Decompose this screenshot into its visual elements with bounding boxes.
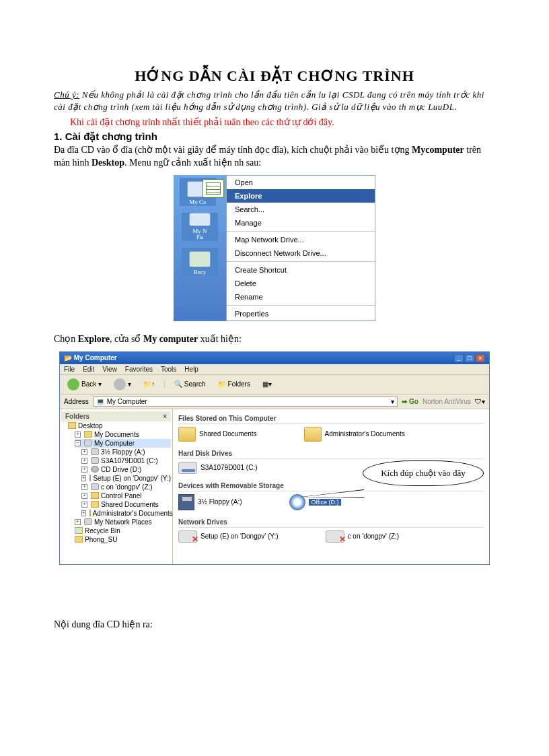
menu-favorites[interactable]: Favorites (125, 366, 153, 373)
views-button[interactable]: ▦▾ (259, 379, 275, 389)
p1-e: . Menu ngữ cảnh xuất hiện nh sau: (124, 158, 261, 168)
tree-setup[interactable]: +Setup (E) on 'Dongpv' (Y:) (81, 474, 171, 483)
warning-line: Khi cài đặt chơng trình nhất thiết phải … (70, 116, 495, 128)
explorer-title-text: My Computer (74, 354, 117, 362)
tree-floppy[interactable]: +3½ Floppy (A:) (81, 448, 171, 456)
tree-mydocs[interactable]: +My Documents (75, 430, 171, 439)
explorer-toolbar: Back ▾ ▾ 📁↑ | 🔍 Search 📁 Folders ▦▾ (60, 375, 489, 394)
paragraph-2: Chọn Explore, cửa sổ My computer xuất hi… (54, 333, 495, 346)
ctx-create-shortcut[interactable]: Create Shortcut (227, 263, 375, 277)
section-files-stored: Files Stored on This Computer (178, 412, 484, 424)
ctx-search[interactable]: Search... (227, 203, 375, 216)
paragraph-1: Đa đĩa CD vào ổ đĩa (chờ một vài giây để… (54, 144, 495, 170)
note-paragraph: Chú ý: Nếu không phải là cài đặt chơng t… (54, 89, 495, 112)
note-body: Nếu không phải là cài đặt chơng trình ch… (54, 90, 484, 112)
ctx-manage[interactable]: Manage (227, 216, 375, 230)
ctx-map-drive[interactable]: Map Network Drive... (227, 233, 375, 246)
norton-label: Norton AntiVirus (423, 398, 471, 405)
excel-icon (203, 179, 224, 198)
explorer-main-pane: Files Stored on This Computer Shared Doc… (173, 409, 489, 564)
mynetwork-desktop-icon[interactable]: My N Pla (182, 213, 218, 241)
explorer-menubar: File Edit View Favorites Tools Help (60, 364, 489, 375)
back-button[interactable]: Back ▾ (64, 377, 105, 392)
tree-netplaces[interactable]: +My Network Places (75, 518, 171, 526)
minimize-button[interactable]: _ (454, 354, 464, 362)
myn-label: My N (192, 228, 207, 234)
tree-phong[interactable]: Phong_SU (75, 535, 171, 544)
explorer-titlebar[interactable]: 📂 My Computer _ □ × (60, 352, 489, 364)
p2-e: xuất hiện: (198, 334, 242, 344)
page-title: HỚNG DẪN CÀI ĐẶT CHƠNG TRÌNH (54, 67, 495, 85)
recy-label: Recy (194, 269, 207, 275)
menu-help[interactable]: Help (184, 366, 198, 373)
ctx-properties[interactable]: Properties (227, 307, 375, 320)
go-button[interactable]: ➡ Go (402, 398, 418, 405)
p2-c: , cửa sổ (110, 334, 143, 344)
tree-cddrive[interactable]: +CD Drive (D:) (81, 465, 171, 474)
address-field[interactable]: 💻 My Computer▾ (93, 397, 398, 407)
p2-mycomputer: My computer (143, 334, 198, 344)
maximize-button[interactable]: □ (465, 354, 474, 362)
address-label: Address (64, 398, 89, 405)
tree-shared[interactable]: +Shared Documents (81, 500, 171, 509)
heading-1: 1. Cài đặt chơng trình (54, 131, 495, 143)
tree-close-icon[interactable]: × (163, 413, 167, 420)
folders-button[interactable]: 📁 Folders (215, 379, 254, 389)
p1-desktop: Desktop (92, 158, 124, 168)
tree-desktop[interactable]: Desktop (68, 421, 171, 430)
explorer-addressbar: Address 💻 My Computer▾ ➡ Go Norton AntiV… (60, 394, 489, 409)
tree-condong[interactable]: +c on 'dongpv' (Z:) (81, 483, 171, 491)
menu-edit[interactable]: Edit (83, 366, 94, 373)
menu-view[interactable]: View (102, 366, 117, 373)
mycomputer-label: My Co (189, 199, 206, 205)
ctx-delete[interactable]: Delete (227, 277, 375, 290)
recycle-desktop-icon[interactable]: Recy (182, 248, 218, 276)
up-button[interactable]: 📁↑ (140, 379, 158, 389)
ctx-explore[interactable]: Explore (227, 189, 375, 203)
p2-a: Chọn (54, 334, 78, 344)
tree-cpanel[interactable]: +Control Panel (81, 491, 171, 500)
item-cdrive[interactable]: S3A1079D001 (C:) (178, 462, 258, 474)
tree-admin[interactable]: +Administrator's Documents (81, 509, 171, 518)
menu-file[interactable]: File (64, 366, 75, 373)
callout-text: Kích đúp chuột vào đây (363, 460, 484, 486)
tree-recycle[interactable]: Recycle Bin (75, 526, 171, 535)
p1-mycomputer: Mycomputer (412, 145, 464, 155)
context-menu-figure: My Co My N Pla Recy Open Explore Search.… (54, 175, 495, 321)
tree-header: Folders (65, 413, 89, 420)
search-button[interactable]: 🔍 Search (171, 379, 209, 389)
item-net1[interactable]: Setup (E) on 'Dongpv' (Y:) (178, 530, 279, 543)
context-menu: Open Explore Search... Manage Map Networ… (226, 175, 375, 321)
p1-a: Đa đĩa CD vào ổ đĩa (chờ một vài giây để… (54, 145, 412, 155)
menu-tools[interactable]: Tools (161, 366, 176, 373)
item-net2[interactable]: c on 'dongpv' (Z:) (326, 530, 400, 543)
item-admin-docs[interactable]: Administrator's Documents (304, 427, 405, 442)
explorer-window: 📂 My Computer _ □ × File Edit View Favor… (59, 351, 490, 565)
pla-label: Pla (196, 234, 203, 240)
desktop-strip: My Co My N Pla Recy (174, 175, 226, 321)
ctx-open[interactable]: Open (227, 176, 375, 189)
item-shared-docs[interactable]: Shared Documents (178, 427, 257, 442)
folder-tree-pane: Folders× Desktop +My Documents −My Compu… (60, 409, 173, 564)
section-hdd: Hard Disk Drives (178, 447, 484, 459)
note-label: Chú ý: (54, 90, 79, 100)
p2-explore: Explore (78, 334, 110, 344)
tree-mycomputer[interactable]: −My Computer (75, 439, 171, 448)
forward-button[interactable]: ▾ (110, 377, 135, 392)
section-network: Network Drives (178, 516, 484, 528)
paragraph-3: Nội dung đĩa CD hiện ra: (54, 619, 495, 631)
tree-cdrive[interactable]: +S3A1079D001 (C:) (81, 456, 171, 465)
callout-annotation: Kích đúp chuột vào đây (363, 460, 484, 486)
ctx-disconnect-drive[interactable]: Disconnect Network Drive... (227, 246, 375, 260)
close-button[interactable]: × (476, 354, 485, 362)
item-floppy[interactable]: 3½ Floppy (A:) (178, 494, 242, 510)
ctx-rename[interactable]: Rename (227, 290, 375, 304)
